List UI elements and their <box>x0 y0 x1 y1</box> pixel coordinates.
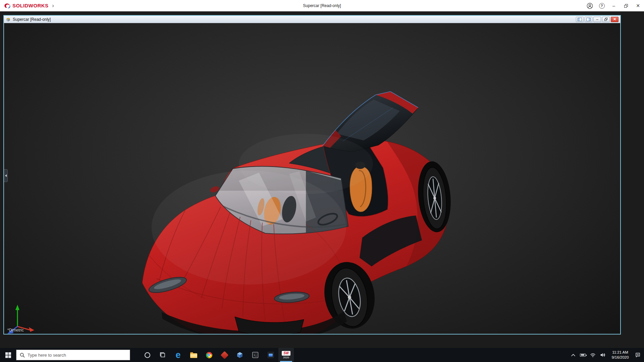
battery-icon[interactable] <box>580 354 586 357</box>
volume-icon[interactable] <box>600 353 605 357</box>
solidworks-app-window: SOLIDWORKS › Supercar [Read-only] ? – <box>0 0 644 362</box>
edge-icon: e <box>175 351 180 360</box>
brand-area: SOLIDWORKS › <box>0 3 56 9</box>
system-tray: 11:21 AM 9/16/2020 <box>571 350 644 360</box>
collapse-pane-arrow[interactable] <box>4 169 8 182</box>
account-button[interactable] <box>584 0 596 11</box>
dassault-systemes-logo-icon <box>3 3 11 9</box>
close-icon: ✕ <box>636 3 640 8</box>
view-orientation-label: *Dimetric <box>7 328 24 333</box>
window-pane-button-2[interactable] <box>585 17 592 22</box>
file-explorer-icon <box>190 353 197 358</box>
document-window: Supercar [Read-only] <box>3 15 621 335</box>
network-wifi-icon[interactable] <box>590 353 596 357</box>
close-button[interactable]: ✕ <box>632 0 644 11</box>
split-pane-icon <box>578 18 582 21</box>
doc-minimize-icon: – <box>596 17 598 21</box>
app-client-area: Supercar [Read-only] <box>0 11 644 348</box>
window-pane-button-1[interactable] <box>576 17 584 22</box>
search-input[interactable] <box>28 353 126 358</box>
command-prompt-icon: ›_ <box>252 352 258 358</box>
taskbar-search[interactable] <box>16 350 130 360</box>
windows-logo-icon <box>5 352 11 358</box>
pinned-app-red-button[interactable] <box>217 348 232 362</box>
supercar-3d-model[interactable] <box>142 92 453 334</box>
graphics-viewport[interactable]: *Dimetric <box>4 23 620 334</box>
doc-minimize-button[interactable]: – <box>593 17 601 22</box>
document-titlebar[interactable]: Supercar [Read-only] <box>4 16 620 23</box>
minimize-button[interactable]: – <box>608 0 620 11</box>
media-app-button[interactable] <box>263 348 278 362</box>
chrome-button[interactable] <box>201 348 217 362</box>
help-button[interactable]: ? <box>596 0 608 11</box>
doc-close-icon: ✕ <box>613 17 616 21</box>
minimize-icon: – <box>612 3 615 8</box>
edge-button[interactable]: e <box>170 348 186 362</box>
task-view-icon <box>159 352 166 358</box>
restore-button[interactable] <box>620 0 632 11</box>
app-titlebar: SOLIDWORKS › Supercar [Read-only] ? – <box>0 0 644 11</box>
media-app-icon <box>268 352 274 358</box>
app-title: Supercar [Read-only] <box>303 3 341 8</box>
cortana-icon <box>145 352 150 358</box>
taskbar-pinned-apps: e ›_ <box>140 348 294 362</box>
solidworks-app-icon: SW <box>282 351 290 356</box>
user-account-icon <box>587 3 593 9</box>
chevron-left-icon <box>5 174 7 177</box>
assembly-document-icon <box>6 17 11 22</box>
cube-app-icon <box>236 352 243 358</box>
start-button[interactable] <box>0 348 16 362</box>
doc-restore-icon <box>604 18 607 21</box>
pinned-app-cube-button[interactable] <box>232 348 248 362</box>
help-icon: ? <box>599 3 605 9</box>
doc-restore-button[interactable] <box>602 17 610 22</box>
command-prompt-button[interactable]: ›_ <box>248 348 263 362</box>
viewport-scene <box>4 23 620 334</box>
file-explorer-button[interactable] <box>186 348 201 362</box>
doc-close-button[interactable]: ✕ <box>611 17 619 22</box>
pane-layout-icon <box>586 18 591 21</box>
task-view-button[interactable] <box>155 348 170 362</box>
windows-taskbar: e ›_ <box>0 348 644 362</box>
taskbar-clock[interactable]: 11:21 AM 9/16/2020 <box>610 350 631 360</box>
red-app-icon <box>220 351 228 359</box>
solidworks-2020-button[interactable]: SW 2020 <box>278 348 294 362</box>
search-icon <box>20 353 25 358</box>
tray-chevron-up-icon[interactable] <box>571 353 576 357</box>
solidworks-year-label: 2020 <box>283 356 289 359</box>
chrome-icon <box>206 352 212 358</box>
document-title: Supercar [Read-only] <box>13 17 51 22</box>
restore-icon <box>624 4 628 8</box>
document-window-controls: – ✕ <box>576 17 619 22</box>
clock-time: 11:21 AM <box>612 350 628 355</box>
app-window-controls: ? – ✕ <box>584 0 644 11</box>
menu-expand-arrow[interactable]: › <box>50 3 56 8</box>
action-center-icon[interactable] <box>635 352 641 358</box>
cortana-button[interactable] <box>140 348 155 362</box>
clock-date: 9/16/2020 <box>611 355 629 360</box>
solidworks-wordmark: SOLIDWORKS <box>12 3 48 8</box>
